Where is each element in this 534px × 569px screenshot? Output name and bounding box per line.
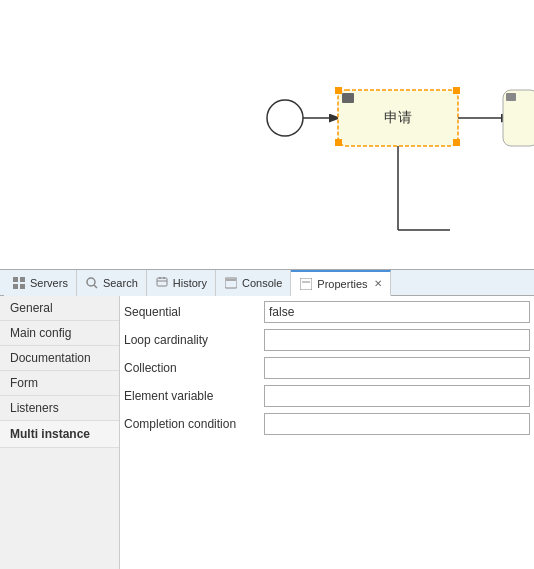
- console-icon: [224, 276, 238, 290]
- history-icon: [155, 276, 169, 290]
- svg-rect-14: [13, 284, 18, 289]
- completion-condition-input[interactable]: [264, 413, 530, 435]
- tab-history-label: History: [173, 277, 207, 289]
- svg-rect-13: [20, 277, 25, 282]
- sidebar-item-general[interactable]: General: [0, 296, 119, 321]
- svg-rect-1: [335, 87, 342, 94]
- start-event: [267, 100, 303, 136]
- prop-row-element-variable: Element variable: [124, 384, 530, 408]
- servers-icon: [12, 276, 26, 290]
- completion-condition-label: Completion condition: [124, 417, 264, 431]
- tab-search-label: Search: [103, 277, 138, 289]
- loop-cardinality-input[interactable]: [264, 329, 530, 351]
- svg-point-16: [87, 278, 95, 286]
- tab-history[interactable]: History: [147, 270, 216, 296]
- element-variable-label: Element variable: [124, 389, 264, 403]
- collection-input[interactable]: [264, 357, 530, 379]
- loop-cardinality-label: Loop cardinality: [124, 333, 264, 347]
- multi-instance-label: Multi instance: [0, 421, 119, 448]
- sidebar-empty-space: [0, 448, 119, 569]
- tab-console[interactable]: Console: [216, 270, 291, 296]
- sidebar-item-listeners[interactable]: Listeners: [0, 396, 119, 421]
- svg-rect-9: [506, 93, 516, 101]
- svg-rect-5: [342, 93, 354, 103]
- tab-servers-label: Servers: [30, 277, 68, 289]
- svg-rect-2: [453, 87, 460, 94]
- prop-row-sequential: Sequential: [124, 300, 530, 324]
- prop-row-loop-cardinality: Loop cardinality: [124, 328, 530, 352]
- properties-icon: [299, 277, 313, 291]
- canvas-area[interactable]: 申请: [0, 0, 534, 270]
- tab-servers[interactable]: Servers: [4, 270, 77, 296]
- svg-rect-15: [20, 284, 25, 289]
- tab-properties-label: Properties: [317, 278, 367, 290]
- svg-rect-12: [13, 277, 18, 282]
- collection-label: Collection: [124, 361, 264, 375]
- search-icon: [85, 276, 99, 290]
- svg-rect-24: [300, 278, 312, 290]
- sequential-label: Sequential: [124, 305, 264, 319]
- tab-properties[interactable]: Properties ✕: [291, 270, 390, 296]
- sequential-input[interactable]: [264, 301, 530, 323]
- properties-tab-close[interactable]: ✕: [374, 278, 382, 289]
- svg-rect-18: [157, 278, 167, 286]
- tab-console-label: Console: [242, 277, 282, 289]
- svg-text:申请: 申请: [384, 109, 412, 125]
- svg-rect-23: [226, 279, 236, 281]
- svg-line-17: [94, 285, 97, 288]
- tab-search[interactable]: Search: [77, 270, 147, 296]
- prop-row-collection: Collection: [124, 356, 530, 380]
- properties-area: Sequential Loop cardinality Collection E…: [120, 296, 534, 569]
- svg-rect-3: [335, 139, 342, 146]
- element-variable-input[interactable]: [264, 385, 530, 407]
- svg-rect-4: [453, 139, 460, 146]
- sidebar-item-form[interactable]: Form: [0, 371, 119, 396]
- tab-bar: Servers Search History Console Propertie: [0, 270, 534, 296]
- left-sidebar: General Main config Documentation Form L…: [0, 296, 120, 569]
- bottom-panel: Servers Search History Console Propertie: [0, 270, 534, 569]
- sidebar-item-documentation[interactable]: Documentation: [0, 346, 119, 371]
- sidebar-item-main-config[interactable]: Main config: [0, 321, 119, 346]
- content-area: General Main config Documentation Form L…: [0, 296, 534, 569]
- prop-row-completion-condition: Completion condition: [124, 412, 530, 436]
